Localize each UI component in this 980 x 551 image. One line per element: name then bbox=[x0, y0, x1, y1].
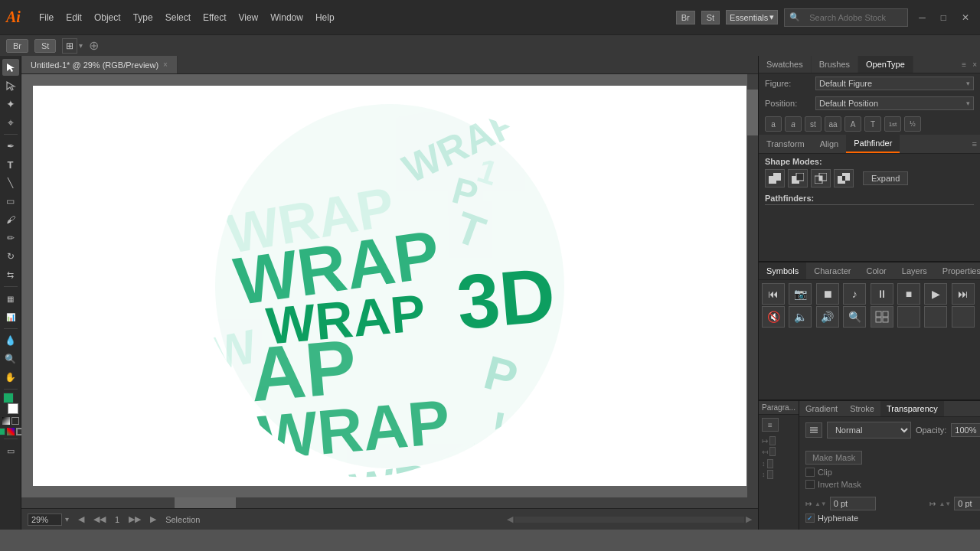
ot-ordinal[interactable]: st bbox=[805, 116, 822, 132]
space-before-field[interactable] bbox=[767, 459, 773, 468]
symbol-search[interactable]: 🔍 bbox=[843, 306, 866, 328]
mirror-tool[interactable]: ⇆ bbox=[2, 266, 19, 283]
h-scroll-thumb[interactable] bbox=[175, 497, 236, 508]
grid-dropdown-arrow[interactable]: ▾ bbox=[79, 41, 83, 50]
ot-standard[interactable]: a bbox=[765, 116, 782, 132]
menu-window[interactable]: Window bbox=[264, 9, 309, 26]
menu-type[interactable]: Type bbox=[127, 9, 159, 26]
ot-swash[interactable]: aa bbox=[825, 116, 841, 132]
menu-effect[interactable]: Effect bbox=[197, 9, 232, 26]
menu-select[interactable]: Select bbox=[159, 9, 197, 26]
rect-tool[interactable]: ▭ bbox=[2, 193, 19, 210]
grid-options[interactable]: ⊞ ▾ bbox=[62, 38, 83, 54]
workspace-selector[interactable]: Essentials ▾ bbox=[726, 10, 778, 24]
symbol-vol-low[interactable]: 🔈 bbox=[789, 306, 812, 328]
transparency-tab[interactable]: Transparency bbox=[880, 401, 944, 416]
vertical-scrollbar[interactable] bbox=[747, 74, 758, 497]
blend-mode-select[interactable]: Normal Multiply Screen Overlay bbox=[827, 422, 911, 439]
gradient-tab[interactable]: Gradient bbox=[799, 401, 844, 416]
magic-wand-tool[interactable]: ✦ bbox=[2, 96, 19, 112]
field1-down[interactable]: ▼ bbox=[821, 500, 827, 507]
nav-next[interactable]: ▶ bbox=[150, 514, 156, 524]
properties-tab[interactable]: Properties bbox=[935, 262, 980, 279]
eyedropper-tool[interactable]: 💧 bbox=[2, 332, 19, 349]
menu-file[interactable]: File bbox=[33, 9, 60, 26]
layers-tab[interactable]: Layers bbox=[894, 262, 935, 279]
graph-tool[interactable]: ▦ bbox=[2, 290, 19, 307]
clip-checkbox-label[interactable]: Clip bbox=[805, 468, 832, 477]
symbol-vol-mute[interactable]: 🔇 bbox=[762, 306, 785, 328]
symbols-tab[interactable]: Symbols bbox=[759, 262, 806, 279]
menu-object[interactable]: Object bbox=[88, 9, 127, 26]
invert-mask-label[interactable]: Invert Mask bbox=[805, 480, 861, 489]
grid-icon[interactable]: ⊞ bbox=[62, 38, 77, 54]
zoom-tool[interactable]: 🔍 bbox=[2, 350, 19, 367]
bridge-button[interactable]: Br bbox=[676, 11, 695, 24]
document-tab[interactable]: Untitled-1* @ 29% (RGB/Preview) × bbox=[21, 56, 178, 73]
indent-right-field[interactable] bbox=[769, 447, 776, 456]
symbol-stop[interactable]: ■ bbox=[897, 283, 920, 305]
nav-prev[interactable]: ◀ bbox=[78, 514, 84, 524]
intersect-button[interactable] bbox=[811, 169, 831, 187]
selection-tool[interactable] bbox=[2, 59, 19, 76]
symbol-pause[interactable]: ⏸ bbox=[871, 283, 893, 305]
nav-last[interactable]: ▶▶ bbox=[129, 514, 141, 524]
clip-checkbox[interactable] bbox=[805, 468, 815, 477]
symbol-rewind[interactable]: ⏮ bbox=[762, 283, 785, 305]
search-input[interactable] bbox=[803, 11, 903, 24]
symbol-play[interactable]: ▶ bbox=[924, 283, 947, 305]
fill-swatch[interactable] bbox=[3, 393, 14, 403]
brushes-tab[interactable]: Brushes bbox=[812, 56, 858, 73]
lasso-tool[interactable]: ⊕ bbox=[89, 38, 99, 53]
hand-tool[interactable]: ✋ bbox=[2, 369, 19, 386]
hyphenate-checkbox[interactable]: ✓ bbox=[805, 514, 815, 523]
type-tool[interactable]: T bbox=[2, 156, 19, 173]
stock-toolbar-button[interactable]: St bbox=[34, 39, 56, 53]
symbol-placeholder2[interactable] bbox=[924, 306, 947, 328]
space-after-field[interactable] bbox=[767, 470, 773, 479]
field2-up[interactable]: ▲ bbox=[939, 500, 945, 507]
color-tab[interactable]: Color bbox=[858, 262, 893, 279]
swatches-tab[interactable]: Swatches bbox=[759, 56, 812, 73]
blend-align-icon[interactable] bbox=[805, 422, 822, 438]
symbol-placeholder3[interactable] bbox=[952, 306, 975, 328]
symbol-grid-list[interactable] bbox=[871, 306, 893, 328]
ot-fractions[interactable]: ½ bbox=[904, 116, 921, 132]
opacity-input[interactable] bbox=[951, 423, 980, 437]
minus-front-button[interactable] bbox=[788, 169, 808, 187]
ot-smallcap[interactable]: A bbox=[844, 116, 861, 132]
pen-tool[interactable]: ✒ bbox=[2, 138, 19, 155]
paintbrush-tool[interactable]: 🖌 bbox=[2, 211, 19, 228]
symbol-fastforward[interactable]: ⏭ bbox=[952, 283, 975, 305]
panel-collapse-icon[interactable]: × bbox=[969, 57, 980, 73]
direct-selection-tool[interactable] bbox=[2, 77, 19, 94]
close-button[interactable]: ✕ bbox=[957, 11, 974, 24]
ot-italic[interactable]: a bbox=[785, 116, 802, 132]
transform-panel-menu[interactable]: ≡ bbox=[969, 135, 980, 152]
symbol-placeholder1[interactable] bbox=[897, 306, 920, 328]
pencil-tool[interactable]: ✏ bbox=[2, 230, 19, 246]
field2-input[interactable] bbox=[954, 497, 980, 510]
horizontal-scrollbar[interactable] bbox=[21, 497, 758, 508]
symbol-camera[interactable]: 📷 bbox=[789, 283, 812, 305]
canvas-viewport[interactable]: WRAP P WRAP T WRAP WRAP 3D AP WRAP W bbox=[21, 74, 758, 497]
artboard-tool[interactable]: ▭ bbox=[2, 442, 19, 459]
expand-button[interactable]: Expand bbox=[863, 171, 908, 185]
bar-chart-tool[interactable]: 📊 bbox=[2, 308, 19, 325]
align-tab[interactable]: Align bbox=[812, 135, 846, 152]
stroke-tab[interactable]: Stroke bbox=[844, 401, 880, 416]
search-bar[interactable]: 🔍 bbox=[784, 8, 908, 27]
symbol-vol-high[interactable]: 🔊 bbox=[816, 306, 839, 328]
symbol-music[interactable]: ♪ bbox=[843, 283, 866, 305]
opentype-tab[interactable]: OpenType bbox=[858, 56, 913, 73]
unite-button[interactable] bbox=[765, 169, 785, 187]
v-scroll-thumb[interactable] bbox=[747, 90, 758, 135]
gradient-mode[interactable] bbox=[7, 428, 15, 435]
menu-edit[interactable]: Edit bbox=[60, 9, 88, 26]
menu-view[interactable]: View bbox=[232, 9, 264, 26]
pathfinder-tab[interactable]: Pathfinder bbox=[846, 135, 900, 153]
zoom-input[interactable] bbox=[28, 514, 62, 526]
nav-first[interactable]: ◀◀ bbox=[93, 514, 106, 524]
ot-superscript[interactable]: 1st bbox=[884, 116, 901, 132]
swap-colors[interactable] bbox=[11, 417, 19, 425]
